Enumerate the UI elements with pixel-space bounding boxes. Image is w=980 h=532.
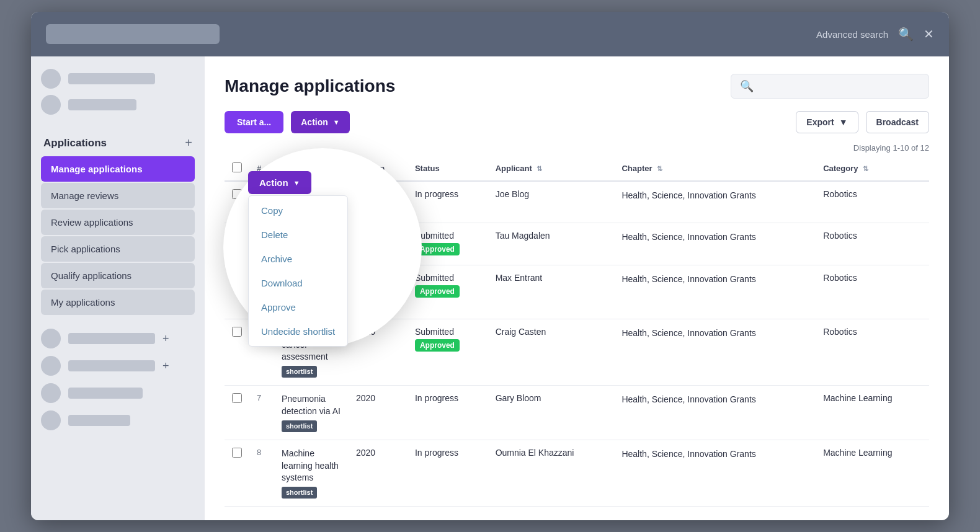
title-search-icon[interactable]: 🔍 (898, 27, 914, 42)
sidebar-user-row-1 (41, 69, 195, 89)
title-bar-logo (46, 24, 220, 44)
sidebar-bottom-item-3 (41, 383, 195, 403)
advanced-search-label: Advanced search (816, 29, 888, 40)
badge-approved: Approved (415, 339, 460, 352)
sidebar-add-icon[interactable]: + (185, 136, 192, 150)
sidebar-item-review-applications[interactable]: Review applications (41, 210, 195, 235)
export-chevron-icon: ▼ (839, 117, 848, 127)
sidebar-item-manage-applications[interactable]: Manage applications (41, 156, 195, 182)
dropdown-item-approve[interactable]: Approve (249, 295, 347, 319)
select-all-checkbox[interactable] (232, 162, 242, 172)
export-button[interactable]: Export ▼ (796, 111, 858, 133)
action-button-zoomed[interactable]: Action ▼ (248, 171, 311, 194)
sidebar-avatar-3 (41, 329, 61, 348)
search-input[interactable] (760, 81, 920, 91)
page-header: Manage applications 🔍 (225, 74, 929, 99)
table-row: 7Pneumonia detection via AIshortlist2020… (225, 386, 929, 440)
row-chapter: Health, Science, Innovation Grants (614, 386, 816, 440)
row-season: 2020 (349, 319, 408, 386)
dropdown-item-copy[interactable]: Copy (249, 198, 347, 223)
sidebar-avatar-6 (41, 410, 61, 430)
row-checkbox[interactable] (232, 393, 242, 403)
row-category: Robotics (816, 223, 929, 265)
row-category: Robotics (816, 319, 929, 386)
sidebar-item-qualify-applications[interactable]: Qualify applications (41, 263, 195, 288)
dropdown-item-undecide[interactable]: Undecide shortlist (249, 319, 347, 344)
row-season: 2020 (349, 181, 408, 223)
row-checkbox[interactable] (232, 448, 242, 458)
row-season: 2020 (349, 440, 408, 506)
row-category: Machine Learning (816, 440, 929, 506)
sidebar-label-1 (68, 73, 155, 84)
row-season: 2020 (349, 265, 408, 319)
row-season: 2020 (349, 223, 408, 265)
dropdown-item-archive[interactable]: Archive (249, 247, 347, 271)
row-chapter: Health, Science, Innovation Grants (614, 181, 816, 223)
th-checkbox (225, 156, 249, 181)
row-applicant: Gary Bloom (488, 386, 615, 440)
row-checkbox[interactable] (232, 273, 242, 283)
row-applicant: Max Entrant (488, 265, 615, 319)
row-num: 8 (249, 440, 274, 506)
sidebar-section-header: Applications + (41, 127, 195, 156)
dropdown-item-delete[interactable]: Delete (249, 223, 347, 247)
search-bar-icon: 🔍 (740, 79, 754, 93)
row-category: Robotics (816, 265, 929, 319)
title-bar: Advanced search 🔍 ✕ (31, 12, 949, 56)
sidebar-bottom: + + (41, 329, 195, 430)
sidebar-item-pick-applications[interactable]: Pick applications (41, 236, 195, 262)
row-status: In progress (408, 386, 488, 440)
sort-applicant-icon: ⇅ (537, 165, 542, 172)
row-chapter: Health, Science, Innovation Grants (614, 223, 816, 265)
title-close-icon[interactable]: ✕ (924, 27, 934, 42)
badge-approved: Approved (415, 285, 460, 298)
row-checkbox[interactable] (232, 327, 242, 337)
sidebar-bottom-add-2[interactable]: + (163, 360, 169, 373)
page-content: Manage applications 🔍 Start a... Action … (205, 56, 949, 520)
sidebar-item-my-applications[interactable]: My applications (41, 290, 195, 315)
dropdown-container: Action ▼ Copy Delete Archive Download Ap… (248, 171, 348, 347)
sidebar-user-row-2 (41, 95, 195, 115)
row-status: In progress (408, 181, 488, 223)
sidebar-avatar-4 (41, 356, 61, 376)
row-checkbox[interactable] (232, 189, 242, 199)
row-name: Machine learning health systemsshortlist (274, 440, 349, 506)
row-season: 2020 (349, 386, 408, 440)
table-row: 8Machine learning health systemsshortlis… (225, 440, 929, 506)
th-chapter[interactable]: Chapter ⇅ (614, 156, 816, 181)
row-applicant: Tau Magdalen (488, 223, 615, 265)
action-chevron-icon: ▼ (333, 118, 340, 126)
th-status: Status (408, 156, 488, 181)
dropdown-item-download[interactable]: Download (249, 271, 347, 295)
search-bar[interactable]: 🔍 (731, 74, 929, 99)
row-status: In progress (408, 440, 488, 506)
sidebar-bottom-item-1: + (41, 329, 195, 348)
sidebar-bottom-item-4 (41, 410, 195, 430)
sidebar-bottom-add-1[interactable]: + (163, 332, 169, 345)
sidebar-bottom-label-4 (68, 415, 130, 426)
row-category: Robotics (816, 181, 929, 223)
row-chapter: Health, Science, Innovation Grants (614, 265, 816, 319)
broadcast-button[interactable]: Broadcast (866, 111, 929, 133)
row-applicant: Oumnia El Khazzani (488, 440, 615, 506)
sidebar-bottom-label-1 (68, 333, 155, 344)
sort-category-icon: ⇅ (863, 165, 868, 172)
row-checkbox[interactable] (232, 231, 242, 241)
sidebar-avatar-5 (41, 383, 61, 403)
sort-chapter-icon: ⇅ (657, 165, 662, 172)
page-title: Manage applications (225, 76, 395, 96)
th-category[interactable]: Category ⇅ (816, 156, 929, 181)
sidebar-bottom-label-2 (68, 360, 155, 371)
row-status: SubmittedApproved (408, 265, 488, 319)
action-button[interactable]: Action ▼ (291, 111, 349, 133)
th-applicant[interactable]: Applicant ⇅ (488, 156, 615, 181)
sidebar-top (41, 69, 195, 115)
action-zoomed-chevron-icon: ▼ (293, 179, 300, 187)
badge-shortlist: shortlist (282, 420, 317, 432)
start-button[interactable]: Start a... (225, 111, 283, 133)
row-category: Machine Learning (816, 386, 929, 440)
row-name: Pneumonia detection via AIshortlist (274, 386, 349, 440)
sidebar-item-manage-reviews[interactable]: Manage reviews (41, 183, 195, 208)
sidebar-bottom-label-3 (68, 388, 143, 399)
row-chapter: Health, Science, Innovation Grants (614, 319, 816, 386)
